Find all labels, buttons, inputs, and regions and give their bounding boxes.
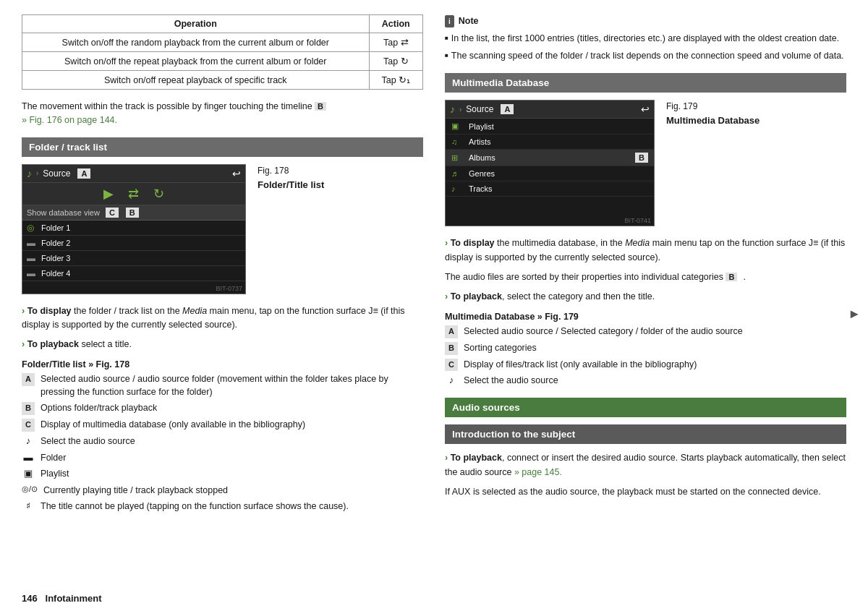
list-item[interactable]: ◎ Folder 1 xyxy=(22,221,245,236)
mm-legend-item-a: A Selected audio source / Selected categ… xyxy=(445,325,846,338)
note-icon: i xyxy=(445,15,454,28)
arrow-bullet-1: › xyxy=(22,306,27,316)
note-title: i Note xyxy=(445,14,846,28)
display-text-2: › To playback select a title. xyxy=(22,338,423,351)
badge-b-inline-mm: B xyxy=(726,273,737,281)
fig176-link[interactable]: » Fig. 176 on page 144. xyxy=(22,115,117,125)
badge-b-mm: B xyxy=(445,342,458,355)
label-c: C xyxy=(106,208,119,218)
table-cell-op1: Switch on/off the random playback from t… xyxy=(22,33,370,52)
table-cell-action2: Tap ↻ xyxy=(369,52,422,71)
label-b: B xyxy=(126,208,139,218)
scroll-indicator[interactable]: ► xyxy=(848,307,861,322)
mm-list-item-albums[interactable]: ⊞ Albums B xyxy=(446,150,654,166)
table-cell-op2: Switch on/off the repeat playback from t… xyxy=(22,52,370,71)
legend-item-b: B Options folder/track playback xyxy=(22,401,423,415)
bit-label: BIT-0737 xyxy=(216,285,242,292)
arrow-bullet-intro1: › xyxy=(445,453,451,463)
back-arrow-mm: ↩ xyxy=(641,103,650,115)
mm-list-item[interactable]: ♬ Genres xyxy=(446,166,654,181)
show-label: Show database view xyxy=(27,208,100,217)
mm-display-text-3: › To playback, select the category and t… xyxy=(445,290,846,304)
folder-icon: ▬ xyxy=(27,238,37,248)
playlist-icon-legend: ▣ xyxy=(22,467,35,481)
tracks-icon: ♪ xyxy=(451,184,463,193)
figure-178-caption: Fig. 178 Folder/Title list xyxy=(258,164,324,193)
figure-178-image: ♪ › Source A ↩ ▶ ⇄ ↻ Show database view … xyxy=(22,164,246,294)
fig-179-num: Fig. 179 xyxy=(666,100,760,114)
albums-icon: ⊞ xyxy=(451,153,463,163)
legend-item-a: A Selected audio source / audio source f… xyxy=(22,372,423,398)
figure-179-image: ♪ › Source A ↩ ▣ Playlist ♫ Artists xyxy=(445,100,655,226)
badge-c-mm: C xyxy=(445,359,458,372)
mm-legend-item-music: ♪ Select the audio source xyxy=(445,374,846,388)
audio-sources-header: Audio sources xyxy=(445,398,846,417)
music-icon-mm: ♪ xyxy=(450,103,455,115)
folder-icon: ▬ xyxy=(27,268,37,278)
legend-item-folder: ▬ Folder xyxy=(22,451,423,465)
folder-icon: ▬ xyxy=(27,253,37,263)
list-item-label: Folder 2 xyxy=(41,239,70,247)
table-cell-action3: Tap ↻₁ xyxy=(369,71,422,90)
list-item-label: Folder 4 xyxy=(41,269,70,278)
shuffle-icon[interactable]: ⇄ xyxy=(128,186,139,202)
list-item-label: Folder 3 xyxy=(41,254,70,262)
music-icon-legend: ♪ xyxy=(22,435,35,448)
list-item[interactable]: ▬ Folder 2 xyxy=(22,236,245,251)
figure-179-caption: Fig. 179 Multimedia Database xyxy=(666,100,760,129)
mm-list: ▣ Playlist ♫ Artists ⊞ Albums B ♬ Genr xyxy=(446,119,654,197)
figure-178-row: ♪ › Source A ↩ ▶ ⇄ ↻ Show database view … xyxy=(22,164,423,294)
list-item[interactable]: ▬ Folder 4 xyxy=(22,266,245,281)
table-cell-op3: Switch on/off repeat playback of specifi… xyxy=(22,71,370,90)
table-row: Switch on/off the repeat playback from t… xyxy=(22,52,423,71)
mm-display-text-2: The audio files are sorted by their prop… xyxy=(445,270,846,284)
arrow-right-mm: › xyxy=(459,106,461,114)
left-column: Operation Action Switch on/off the rando… xyxy=(22,14,423,516)
mm-display-text-1: › To display the multimedia database, in… xyxy=(445,236,846,265)
mm-legend-item-c: C Display of files/track list (only avai… xyxy=(445,358,846,372)
movement-text: The movement within the track is possibl… xyxy=(22,100,423,127)
screen-controls: ▶ ⇄ ↻ xyxy=(22,183,245,205)
repeat-icon[interactable]: ↻ xyxy=(153,186,164,202)
intro-text-1: › To playback, connect or insert the des… xyxy=(445,451,846,479)
fig-178-title: Folder/Title list xyxy=(258,178,324,193)
mm-section-header: Multimedia Database xyxy=(445,73,846,93)
label-a-mm: A xyxy=(501,104,514,114)
note-bullet-2: The scanning speed of the folder / track… xyxy=(445,49,846,63)
legend-item-cannot: ♯ The title cannot be played (tapping on… xyxy=(22,500,423,513)
badge-b-inline: B xyxy=(315,102,326,111)
table-header-action: Action xyxy=(369,15,422,33)
mm-screen-top-bar: ♪ › Source A ↩ xyxy=(446,101,654,119)
note-box: i Note In the list, the first 1000 entri… xyxy=(445,14,846,63)
legend-item-music: ♪ Select the audio source xyxy=(22,435,423,448)
badge-a-mm: A xyxy=(445,325,458,338)
playing-icon: ◎ xyxy=(27,223,37,233)
legend-title-left: Folder/Title list » Fig. 178 xyxy=(22,359,423,369)
source-label-mm: Source xyxy=(466,104,493,114)
table-row: Switch on/off the random playback from t… xyxy=(22,33,423,52)
page-layout: Operation Action Switch on/off the rando… xyxy=(0,0,868,531)
arrow-bullet-mm1: › xyxy=(445,238,451,248)
mm-list-item[interactable]: ▣ Playlist xyxy=(446,119,654,134)
screen-list: ◎ Folder 1 ▬ Folder 2 ▬ Folder 3 ▬ Folde… xyxy=(22,221,245,281)
screen-top-bar: ♪ › Source A ↩ xyxy=(22,165,245,183)
music-icon: ♪ xyxy=(27,168,32,179)
genres-icon: ♬ xyxy=(451,169,463,178)
arrow-right-icon: › xyxy=(36,169,38,177)
arrow-bullet-2: › xyxy=(22,339,27,349)
mm-list-item[interactable]: ♪ Tracks xyxy=(446,181,654,197)
table-header-operation: Operation xyxy=(22,15,370,33)
source-label: Source xyxy=(43,168,70,179)
intro-section-header: Introduction to the subject xyxy=(445,424,846,444)
mm-list-item[interactable]: ♫ Artists xyxy=(446,134,654,150)
music-icon-mm-legend: ♪ xyxy=(445,374,458,388)
list-item[interactable]: ▬ Folder 3 xyxy=(22,251,245,266)
badge-c: C xyxy=(22,419,35,432)
play-icon[interactable]: ▶ xyxy=(103,186,114,202)
intro-text-2: If AUX is selected as the audio source, … xyxy=(445,485,846,499)
legend-item-playing: ◎/⊙ Currently playing title / track play… xyxy=(22,484,423,497)
page145-link[interactable]: » page 145. xyxy=(514,467,562,477)
playing-icon-legend: ◎/⊙ xyxy=(22,484,38,495)
right-column: i Note In the list, the first 1000 entri… xyxy=(445,14,846,516)
to-display: To display the folder / track list on th… xyxy=(22,306,405,330)
